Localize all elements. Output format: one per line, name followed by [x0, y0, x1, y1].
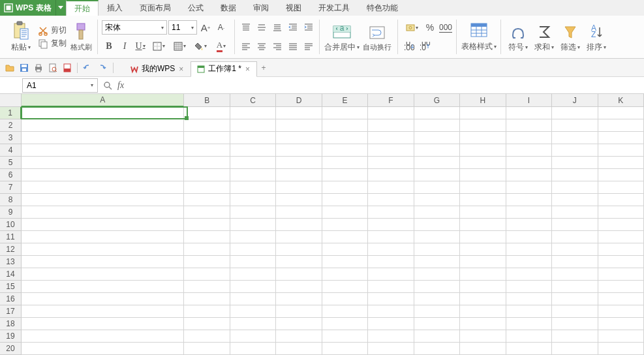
cell[interactable] [368, 268, 414, 281]
cell[interactable] [230, 132, 276, 144]
cell[interactable] [22, 157, 184, 169]
row-header[interactable]: 19 [0, 330, 22, 343]
column-header[interactable]: C [230, 94, 276, 107]
cell[interactable] [368, 330, 414, 343]
row-header[interactable]: 11 [0, 231, 22, 243]
cell[interactable] [552, 318, 598, 330]
row-header[interactable]: 9 [0, 206, 22, 219]
cell[interactable] [184, 107, 230, 119]
cell[interactable] [552, 343, 598, 355]
cell[interactable] [276, 281, 322, 293]
copy-button[interactable]: 复制 [37, 37, 68, 50]
cell[interactable] [598, 219, 644, 231]
cell[interactable] [322, 318, 368, 330]
cell[interactable] [506, 132, 552, 144]
cell[interactable] [322, 256, 368, 268]
cell[interactable] [414, 119, 460, 132]
cell[interactable] [22, 343, 184, 355]
cell[interactable] [506, 169, 552, 181]
column-header[interactable]: E [322, 94, 368, 107]
cell[interactable] [598, 157, 644, 169]
cell[interactable] [598, 181, 644, 194]
save-icon[interactable] [18, 62, 30, 74]
cell[interactable] [506, 305, 552, 318]
cell[interactable] [506, 268, 552, 281]
cell[interactable] [22, 256, 184, 268]
cell[interactable] [368, 293, 414, 305]
menu-tab-0[interactable]: 开始 [66, 0, 99, 16]
cell[interactable] [598, 343, 644, 355]
open-icon[interactable] [4, 62, 16, 74]
font-color-button[interactable]: A▾ [211, 39, 231, 54]
comma-style-button[interactable]: 000 [438, 20, 453, 35]
cell[interactable] [414, 318, 460, 330]
cell[interactable] [598, 231, 644, 243]
cell[interactable] [552, 169, 598, 181]
search-icon[interactable] [103, 81, 112, 90]
cell[interactable] [368, 194, 414, 206]
paste-button[interactable]: 粘贴▾ [7, 18, 35, 57]
cell[interactable] [598, 119, 644, 132]
app-logo[interactable]: WPS 表格 [0, 0, 55, 16]
cell[interactable] [322, 268, 368, 281]
pdf-icon[interactable] [61, 62, 73, 74]
cell[interactable] [414, 219, 460, 231]
cell[interactable] [184, 132, 230, 144]
cell[interactable] [552, 256, 598, 268]
cell[interactable] [230, 119, 276, 132]
undo-icon[interactable] [82, 62, 93, 74]
cell[interactable] [368, 305, 414, 318]
cell[interactable] [22, 107, 184, 119]
cell[interactable] [414, 268, 460, 281]
cell[interactable] [276, 119, 322, 132]
cell[interactable] [230, 293, 276, 305]
row-header[interactable]: 20 [0, 343, 22, 355]
cell[interactable] [598, 194, 644, 206]
cell[interactable] [322, 132, 368, 144]
cell[interactable] [506, 107, 552, 119]
percent-button[interactable]: % [423, 20, 437, 35]
cell[interactable] [368, 343, 414, 355]
cell[interactable] [322, 206, 368, 219]
cell[interactable] [184, 194, 230, 206]
close-icon[interactable]: × [177, 65, 185, 74]
cell[interactable] [506, 293, 552, 305]
align-right-button[interactable] [270, 39, 284, 54]
table-styles-button[interactable]: 表格样式▾ [461, 18, 497, 55]
column-header[interactable]: B [184, 94, 230, 107]
cell[interactable] [276, 231, 322, 243]
cell[interactable] [368, 281, 414, 293]
merge-center-button[interactable]: a 合并居中▾ [324, 18, 360, 57]
cell[interactable] [22, 119, 184, 132]
cell[interactable] [22, 330, 184, 343]
redo-icon[interactable] [96, 62, 108, 74]
cell[interactable] [322, 305, 368, 318]
currency-button[interactable]: ▾ [402, 20, 422, 35]
font-size-select[interactable]: 11▾ [168, 20, 197, 35]
cell[interactable] [414, 194, 460, 206]
cell[interactable] [552, 206, 598, 219]
cell[interactable] [506, 206, 552, 219]
cell[interactable] [460, 305, 506, 318]
cell[interactable] [368, 256, 414, 268]
cell[interactable] [322, 119, 368, 132]
cell[interactable] [598, 256, 644, 268]
row-header[interactable]: 5 [0, 157, 22, 169]
formula-input[interactable] [124, 78, 644, 93]
cell[interactable] [368, 107, 414, 119]
cell[interactable] [460, 318, 506, 330]
cell[interactable] [322, 181, 368, 194]
column-header[interactable]: D [276, 94, 322, 107]
cell[interactable] [506, 157, 552, 169]
cell[interactable] [414, 107, 460, 119]
cell[interactable] [598, 268, 644, 281]
cell[interactable] [276, 305, 322, 318]
cell[interactable] [598, 107, 644, 119]
cell[interactable] [184, 293, 230, 305]
cell[interactable] [276, 144, 322, 157]
cell[interactable] [506, 318, 552, 330]
column-header[interactable]: K [598, 94, 644, 107]
cell[interactable] [276, 219, 322, 231]
menu-tab-4[interactable]: 数据 [212, 0, 245, 16]
cell[interactable] [22, 219, 184, 231]
